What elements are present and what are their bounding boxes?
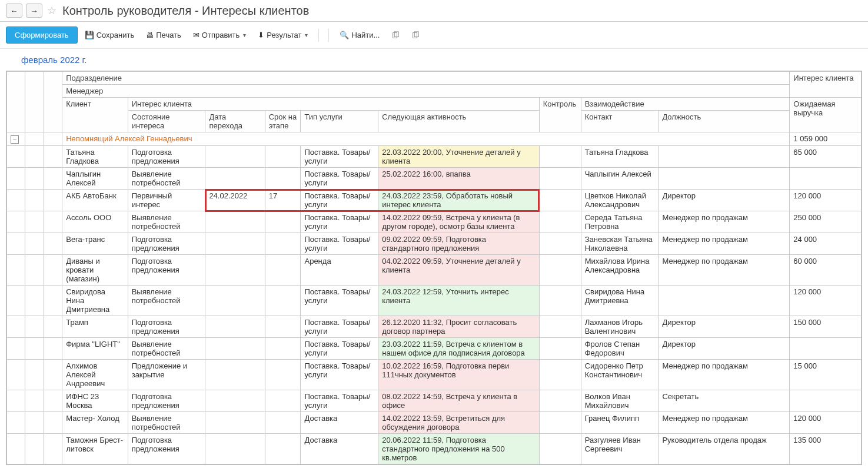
cell-activity: 10.02.2022 16:59, Подготовка перви 111чн… [378,360,540,390]
cell-state: Подготовка предложения [128,255,205,286]
cell-term: 17 [265,190,301,211]
table-row[interactable]: Таможня Брест-литовскПодготовка предложе… [7,434,862,464]
cell-position: Менеджер по продажам [659,360,790,390]
download-icon: ⬇ [258,31,264,39]
cell-activity: 23.03.2022 11:59, Встреча с клиентом в н… [378,338,540,360]
cell-term [265,233,301,255]
cell-date: 24.02.2022 [205,190,265,211]
cell-control [539,255,581,286]
cell-state: Подготовка предложения [128,146,205,168]
cell-client: Диваны и кровати (магазин) [62,255,128,286]
manager-name: Непомнящий Алексей Геннадьевич [62,132,790,146]
cell-date [205,338,265,360]
table-row[interactable]: Свиридова Нина ДмитриевнаВыявление потре… [7,286,862,316]
cell-contact: Лахманов Игорь Валентинович [581,316,659,338]
cell-state: Выявление потребностей [128,211,205,233]
table-row[interactable]: Ассоль ОООВыявление потребностейПоставка… [7,211,862,233]
cell-date [205,255,265,286]
cell-state: Подготовка предложения [128,390,205,412]
cell-position [659,146,790,168]
table-row[interactable]: Алхимов Алексей АндреевичПредложение и з… [7,360,862,390]
cell-term [265,360,301,390]
cell-activity: 09.02.2022 09:59, Подготовка стандартног… [378,233,540,255]
cell-control [539,360,581,390]
send-button[interactable]: ✉ Отправить [188,27,251,43]
nav-forward-button[interactable]: → [26,4,42,18]
header-department: Подразделение [62,72,790,85]
cell-revenue: 250 000 [790,211,862,233]
header-interaction-group: Взаимодействие [581,98,790,111]
cell-position: Директор [659,316,790,338]
header-manager: Менеджер [62,85,790,98]
cell-revenue [790,168,862,190]
cell-service-type: Поставка. Товары/услуги [301,233,378,255]
cell-state: Подготовка предложения [128,233,205,255]
cell-term [265,211,301,233]
arrow-left-icon: ← [11,6,18,15]
table-row[interactable]: Чаплыгин АлексейВыявление потребностейПо… [7,168,862,190]
cell-control [539,434,581,464]
result-button[interactable]: ⬇ Результат [253,27,312,43]
cell-service-type: Доставка [301,412,378,434]
cell-term [265,316,301,338]
cell-contact: Середа Татьяна Петровна [581,211,659,233]
copy-button-1[interactable] [387,28,404,43]
cell-date [205,168,265,190]
table-row[interactable]: Диваны и кровати (магазин)Подготовка пре… [7,255,862,286]
cell-date [205,316,265,338]
cell-client: Алхимов Алексей Андреевич [62,360,128,390]
cell-revenue: 15 000 [790,360,862,390]
table-row[interactable]: ИФНС 23 МоскваПодготовка предложенияПост… [7,390,862,412]
cell-control [539,233,581,255]
cell-date [205,233,265,255]
cell-client: Ассоль ООО [62,211,128,233]
cell-control [539,211,581,233]
header-service-type: Тип услуги [301,111,378,132]
find-button[interactable]: 🔍 Найти... [335,27,384,43]
nav-back-button[interactable]: ← [6,4,22,18]
cell-control [539,168,581,190]
table-row[interactable]: Мастер- ХолодВыявление потребностейДоста… [7,412,862,434]
cell-term [265,390,301,412]
cell-date [205,286,265,316]
cell-client: Вега-транс [62,233,128,255]
cell-service-type: Поставка. Товары/услуги [301,286,378,316]
cell-activity: 25.02.2022 16:00, впапва [378,168,540,190]
cell-activity: 04.02.2022 09:59, Уточнение деталей у кл… [378,255,540,286]
cell-contact: Разгуляев Иван Сергеевич [581,434,659,464]
separator [318,29,319,42]
cell-contact: Фролов Степан Федорович [581,338,659,360]
manager-total-revenue: 1 059 000 [790,132,862,146]
cell-date [205,390,265,412]
cell-state: Выявление потребностей [128,168,205,190]
table-row[interactable]: АКБ АвтоБанкПервичный интерес24.02.20221… [7,190,862,211]
save-button[interactable]: 💾 Сохранить [80,27,139,43]
cell-client: Таможня Брест-литовск [62,434,128,464]
cell-control [539,190,581,211]
table-row[interactable]: ТрампПодготовка предложенияПоставка. Тов… [7,316,862,338]
table-row[interactable]: Татьяна ГладковаПодготовка предложенияПо… [7,146,862,168]
cell-activity: 08.02.2022 14:59, Встреча у клиента в оф… [378,390,540,412]
print-button[interactable]: 🖶 Печать [141,27,186,43]
cell-revenue [790,390,862,412]
cell-date [205,146,265,168]
cell-client: Трамп [62,316,128,338]
table-row[interactable]: Вега-трансПодготовка предложенияПоставка… [7,233,862,255]
cell-service-type: Поставка. Товары/услуги [301,360,378,390]
table-row[interactable]: Фирма "LIGHT"Выявление потребностейПоста… [7,338,862,360]
cell-activity: 26.12.2020 11:32, Просит согласовать дог… [378,316,540,338]
cell-position [659,286,790,316]
period-label[interactable]: февраль 2022 г. [0,49,868,71]
separator [328,29,329,42]
favorite-star-icon[interactable]: ☆ [47,4,56,17]
print-icon: 🖶 [146,31,154,39]
cell-client: Мастер- Холод [62,412,128,434]
find-label: Найти... [351,31,380,39]
collapse-toggle[interactable]: − [11,135,19,144]
copy-button-2[interactable] [407,28,424,43]
cell-position: Директор [659,338,790,360]
generate-button[interactable]: Сформировать [6,26,78,44]
cell-activity: 22.03.2022 20:00, Уточнение деталей у кл… [378,146,540,168]
manager-group-row[interactable]: − Непомнящий Алексей Геннадьевич 1 059 0… [7,132,862,146]
header-interest-group: Интерес клиента [128,98,539,111]
